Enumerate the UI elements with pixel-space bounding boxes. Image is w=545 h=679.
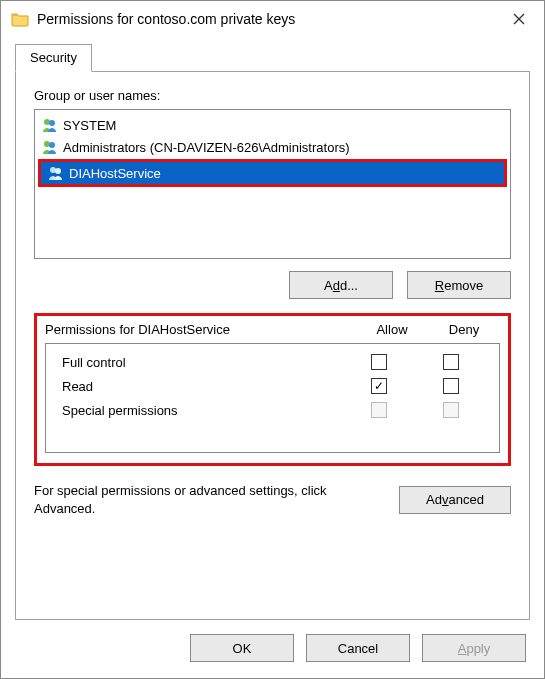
svg-point-3 <box>49 142 55 148</box>
deny-checkbox[interactable] <box>443 354 459 370</box>
remove-button[interactable]: Remove <box>407 271 511 299</box>
user-list[interactable]: SYSTEM Administrators (CN-DAVIZEN-626\Ad… <box>34 109 511 259</box>
tab-label: Security <box>30 50 77 65</box>
advanced-row: For special permissions or advanced sett… <box>34 482 511 517</box>
users-icon <box>41 116 59 134</box>
users-icon <box>41 138 59 156</box>
list-item[interactable]: Administrators (CN-DAVIZEN-626\Administr… <box>35 136 510 158</box>
list-item[interactable]: SYSTEM <box>35 114 510 136</box>
svg-point-4 <box>50 167 56 173</box>
permission-row: Special permissions <box>48 398 497 422</box>
add-button[interactable]: Add... <box>289 271 393 299</box>
deny-checkbox <box>443 402 459 418</box>
tab-panel-security: Group or user names: SYSTEM Administrato… <box>15 71 530 620</box>
deny-checkbox[interactable] <box>443 378 459 394</box>
dialog-footer: OK Cancel Apply <box>1 620 544 678</box>
svg-point-2 <box>44 141 50 147</box>
svg-point-1 <box>49 120 55 126</box>
allow-checkbox[interactable]: ✓ <box>371 378 387 394</box>
ok-label: OK <box>233 641 252 656</box>
dialog-body: Security Group or user names: SYSTEM <box>1 37 544 620</box>
allow-header: Allow <box>356 322 428 337</box>
highlight-box: DIAHostService <box>38 159 507 187</box>
user-buttons: Add... Remove <box>34 271 511 299</box>
permission-row: Read ✓ <box>48 374 497 398</box>
advanced-hint: For special permissions or advanced sett… <box>34 482 387 517</box>
deny-header: Deny <box>428 322 500 337</box>
permissions-dialog: Permissions for contoso.com private keys… <box>0 0 545 679</box>
permissions-header: Permissions for DIAHostService Allow Den… <box>45 322 500 337</box>
advanced-button[interactable]: Advanced <box>399 486 511 514</box>
permissions-for-label: Permissions for DIAHostService <box>45 322 356 337</box>
permissions-section: Permissions for DIAHostService Allow Den… <box>34 313 511 466</box>
allow-checkbox[interactable] <box>371 354 387 370</box>
cancel-button[interactable]: Cancel <box>306 634 410 662</box>
users-icon <box>47 164 65 182</box>
permission-name: Special permissions <box>62 403 343 418</box>
cancel-label: Cancel <box>338 641 378 656</box>
tabstrip: Security <box>15 43 530 71</box>
ok-button[interactable]: OK <box>190 634 294 662</box>
tab-security[interactable]: Security <box>15 44 92 72</box>
titlebar: Permissions for contoso.com private keys <box>1 1 544 37</box>
group-users-label: Group or user names: <box>34 88 511 103</box>
apply-button[interactable]: Apply <box>422 634 526 662</box>
close-button[interactable] <box>496 3 542 35</box>
svg-point-0 <box>44 119 50 125</box>
list-item-label: DIAHostService <box>69 166 161 181</box>
folder-icon <box>11 11 29 27</box>
allow-checkbox <box>371 402 387 418</box>
list-item[interactable]: DIAHostService <box>41 162 504 184</box>
permission-row: Full control <box>48 350 497 374</box>
list-item-label: Administrators (CN-DAVIZEN-626\Administr… <box>63 140 350 155</box>
window-title: Permissions for contoso.com private keys <box>37 11 496 27</box>
permissions-list: Full control Read ✓ Special permissions <box>45 343 500 453</box>
svg-point-5 <box>55 168 61 174</box>
list-item-label: SYSTEM <box>63 118 116 133</box>
permission-name: Full control <box>62 355 343 370</box>
permission-name: Read <box>62 379 343 394</box>
